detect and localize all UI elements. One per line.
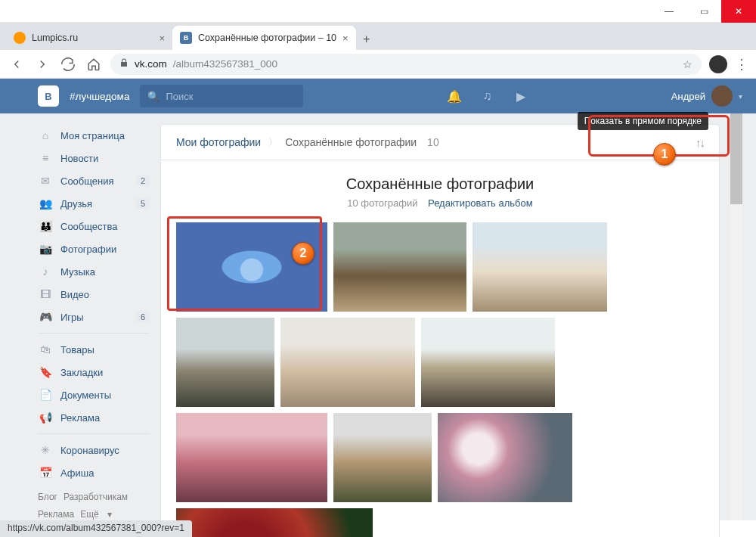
photo-thumbnail[interactable] xyxy=(176,222,327,312)
photo-thumbnail[interactable] xyxy=(472,222,607,312)
sidebar-item-groups[interactable]: 👪Сообщества xyxy=(38,215,150,237)
sidebar-item-covid[interactable]: ✳Коронавирус xyxy=(38,439,150,461)
film-icon: 🎞 xyxy=(38,287,53,302)
favicon-icon xyxy=(14,32,26,44)
footer-devs-link[interactable]: Разработчикам xyxy=(64,492,128,502)
photo-thumbnail[interactable] xyxy=(176,508,373,537)
sidebar: ⌂Моя страница ≡Новости ✉Сообщения2 👥Друз… xyxy=(38,124,150,520)
vertical-scrollbar[interactable] xyxy=(730,113,742,520)
sidebar-item-music[interactable]: ♪Музыка xyxy=(38,260,150,283)
reload-button[interactable] xyxy=(59,55,77,73)
notifications-icon[interactable]: 🔔 xyxy=(443,85,466,107)
bag-icon: 🛍 xyxy=(38,342,53,357)
photo-grid xyxy=(176,222,704,537)
scroll-thumb[interactable] xyxy=(730,113,742,204)
bookmark-star-button[interactable]: ☆ xyxy=(683,58,692,70)
photo-thumbnail[interactable] xyxy=(421,318,555,407)
badge: 2 xyxy=(136,175,150,186)
sidebar-item-market[interactable]: 🛍Товары xyxy=(38,338,150,361)
vk-logo[interactable]: B xyxy=(38,85,59,107)
message-icon: ✉ xyxy=(38,173,53,188)
footer-ads-link[interactable]: Реклама xyxy=(38,509,74,520)
tab-close-button[interactable]: × xyxy=(159,33,165,44)
megaphone-icon: 📢 xyxy=(38,410,53,425)
photo-thumbnail[interactable] xyxy=(176,318,274,407)
sort-tooltip: Показать в прямом порядке xyxy=(578,112,708,130)
separator xyxy=(38,333,150,334)
breadcrumb-panel: Мои фотографии 〉 Сохранённые фотографии … xyxy=(160,124,720,160)
sidebar-item-label: Сообщения xyxy=(60,175,114,187)
main-content: Мои фотографии 〉 Сохранённые фотографии … xyxy=(160,124,720,520)
browser-toolbar: vk.com/album432567381_000 ☆ ⋮ xyxy=(0,50,756,79)
sidebar-item-ads[interactable]: 📢Реклама xyxy=(38,406,150,429)
vk-header: B #лучшедома 🔍 Поиск 🔔 ♫ ▶ Андрей ▾ xyxy=(0,79,756,113)
sidebar-item-poster[interactable]: 📅Афиша xyxy=(38,461,150,484)
sidebar-item-label: Музыка xyxy=(60,266,95,278)
url-host: vk.com xyxy=(135,58,167,70)
browser-tab-lumpics[interactable]: Lumpics.ru × xyxy=(6,26,172,50)
sidebar-item-label: Моя страница xyxy=(60,130,125,141)
virus-icon: ✳ xyxy=(38,442,53,458)
search-input[interactable]: 🔍 Поиск xyxy=(140,85,303,107)
bookmark-icon: 🔖 xyxy=(38,365,53,380)
back-button[interactable] xyxy=(8,55,26,73)
browser-tab-vk[interactable]: B Сохранённые фотографии – 10 × xyxy=(172,26,356,50)
sidebar-item-label: Друзья xyxy=(60,198,92,210)
photo-thumbnail[interactable] xyxy=(333,222,466,312)
profile-avatar-button[interactable] xyxy=(709,55,727,73)
chevron-down-icon: ▾ xyxy=(739,92,742,101)
photo-thumbnail[interactable] xyxy=(176,413,327,502)
window-maximize-button[interactable]: ▭ xyxy=(686,0,721,23)
home-button[interactable] xyxy=(85,55,103,73)
sidebar-item-profile[interactable]: ⌂Моя страница xyxy=(38,124,150,147)
address-bar[interactable]: vk.com/album432567381_000 ☆ xyxy=(110,54,702,75)
sidebar-item-label: Товары xyxy=(60,344,94,355)
annotation-marker-2: 2 xyxy=(292,242,314,265)
forward-button[interactable] xyxy=(33,55,51,73)
window-titlebar: — ▭ ✕ xyxy=(0,0,756,23)
sidebar-item-friends[interactable]: 👥Друзья5 xyxy=(38,192,150,215)
sidebar-footer: БлогРазработчикам РекламаЕщё ▾ xyxy=(38,489,150,523)
url-path: /album432567381_000 xyxy=(173,58,277,70)
window-close-button[interactable]: ✕ xyxy=(721,0,756,23)
sidebar-item-docs[interactable]: 📄Документы xyxy=(38,383,150,406)
sort-order-button[interactable]: ↑↓ xyxy=(696,136,704,149)
search-placeholder: Поиск xyxy=(166,91,193,102)
photo-count: 10 фотографий xyxy=(347,197,417,209)
sidebar-item-photos[interactable]: 📷Фотографии xyxy=(38,237,150,260)
footer-more-link[interactable]: Ещё ▾ xyxy=(80,509,112,520)
window-minimize-button[interactable]: — xyxy=(652,0,686,23)
breadcrumb-root[interactable]: Мои фотографии xyxy=(176,136,261,148)
edit-album-link[interactable]: Редактировать альбом xyxy=(428,197,533,209)
sidebar-item-bookmarks[interactable]: 🔖Закладки xyxy=(38,361,150,383)
sidebar-item-label: Документы xyxy=(60,390,111,401)
friends-icon: 👥 xyxy=(38,196,53,211)
album-panel: Сохранённые фотографии 10 фотографий Ред… xyxy=(160,160,720,537)
browser-menu-button[interactable]: ⋮ xyxy=(735,56,748,73)
hashtag-link[interactable]: #лучшедома xyxy=(70,91,129,102)
badge: 6 xyxy=(136,312,150,322)
sidebar-item-label: Видео xyxy=(60,289,89,300)
annotation-marker-1: 1 xyxy=(653,143,676,166)
browser-tab-strip: Lumpics.ru × B Сохранённые фотографии – … xyxy=(0,23,756,50)
footer-blog-link[interactable]: Блог xyxy=(38,492,57,502)
photo-thumbnail[interactable] xyxy=(280,318,415,407)
sidebar-item-games[interactable]: 🎮Игры6 xyxy=(38,306,150,328)
sidebar-item-label: Коронавирус xyxy=(60,445,119,456)
sidebar-item-video[interactable]: 🎞Видео xyxy=(38,283,150,306)
sidebar-item-label: Реклама xyxy=(60,412,100,424)
home-icon: ⌂ xyxy=(38,128,53,143)
video-play-icon[interactable]: ▶ xyxy=(510,85,532,107)
sidebar-item-messages[interactable]: ✉Сообщения2 xyxy=(38,169,150,192)
gamepad-icon: 🎮 xyxy=(38,309,53,324)
favicon-icon: B xyxy=(180,32,192,44)
photo-thumbnail[interactable] xyxy=(333,413,432,502)
new-tab-button[interactable]: + xyxy=(356,29,377,50)
search-icon: 🔍 xyxy=(147,91,160,102)
user-menu[interactable]: Андрей ▾ xyxy=(671,85,742,107)
photo-thumbnail[interactable] xyxy=(438,413,572,502)
sidebar-item-news[interactable]: ≡Новости xyxy=(38,147,150,169)
tab-close-button[interactable]: × xyxy=(342,33,349,44)
music-icon[interactable]: ♫ xyxy=(476,85,499,107)
document-icon: 📄 xyxy=(38,387,53,402)
